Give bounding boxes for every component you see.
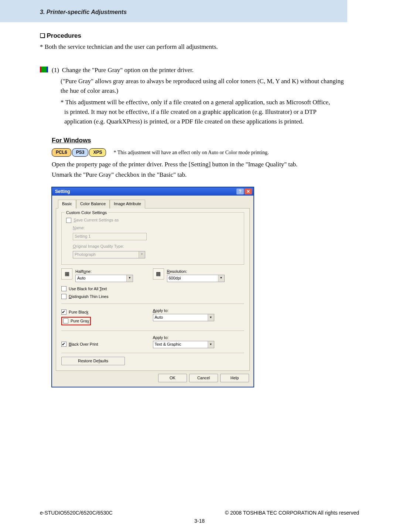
use-black-all-text-label: Use Black for All Text [69,286,107,292]
halftone-dropdown[interactable]: Auto ▼ [75,275,133,282]
resolution-value: 600dpi [169,275,181,281]
custom-color-settings-legend: Custom Color Settings [65,210,108,216]
breadcrumb: 3. Printer-specific Adjustments [40,9,127,16]
footer-copyright: © 2008 TOSHIBA TEC CORPORATION All right… [225,510,359,516]
restore-defaults-button[interactable]: Restore Defaults [61,357,125,365]
step-note-line2: is printed. It may not be effective, if … [61,107,347,117]
step-title: Change the "Pure Gray" option on the pri… [62,65,194,75]
apply-to-2-value: Text & Graphic [155,341,181,348]
instruction-line1: Open the property page of the printer dr… [52,160,347,169]
use-black-all-text-checkbox[interactable] [61,286,66,291]
procedures-heading-text: Procedures [47,32,81,39]
badge-pcl6: PCL6 [52,148,71,157]
halftone-icon: ▦ [61,268,72,279]
resolution-dropdown[interactable]: 600dpi ▼ [167,275,225,282]
help-icon[interactable]: ? [236,189,244,194]
instruction-line2: Unmark the "Pure Gray" checkbox in the "… [52,170,347,180]
apply-to-label-1: Apply to: [153,308,245,314]
save-current-checkbox[interactable] [66,218,71,223]
pure-black-checkbox[interactable] [61,309,66,315]
chevron-down-icon: ▼ [218,275,224,282]
ok-button[interactable]: OK [158,374,187,382]
tab-basic[interactable]: Basic [58,200,76,209]
cancel-button[interactable]: Cancel [189,374,218,382]
black-over-print-label: Black Over Print [69,341,98,348]
step-note-line3: application (e.g. QuarkXPress) is printe… [61,117,347,126]
halftone-label: Halftone: [75,268,133,275]
pure-gray-checkbox[interactable] [63,318,68,323]
chevron-down-icon: ▼ [139,251,145,258]
apply-to-1-dropdown[interactable]: Auto ▼ [153,314,214,321]
resolution-icon: ▩ [153,268,164,279]
close-icon[interactable]: ✕ [245,189,252,194]
chevron-down-icon: ▼ [126,275,133,282]
tab-image-attribute[interactable]: Image Attribute [110,200,145,209]
step-number: (1) [52,65,59,75]
procedures-note: * Both the service technician and the us… [40,42,347,52]
chevron-down-icon: ▼ [208,314,214,321]
dialog-title: Setting [54,188,236,195]
pure-gray-callout: Pure Gray [61,317,91,325]
footer-page-number: 3-18 [0,518,399,524]
distinguish-thin-lines-label: Distinguish Thin Lines [69,294,108,300]
name-label: Name: [73,225,85,231]
chevron-down-icon: ▼ [208,341,214,348]
name-input[interactable]: Setting 1 [73,233,147,240]
save-current-label: Save Current Settings as [74,217,119,223]
step-explanation: ("Pure Gray" allows gray areas to always… [61,77,347,96]
oiqt-value: Photograph [75,251,96,258]
badge-xps: XPS [89,148,106,157]
for-windows-heading: For Windows [52,136,347,145]
badge-note: * This adjustment will have an effect on… [113,149,269,157]
halftone-value: Auto [77,275,86,281]
apply-to-1-value: Auto [155,314,163,321]
setting-dialog: Setting ? ✕ Basic Color Balance Image At… [52,187,254,387]
tab-color-balance[interactable]: Color Balance [76,200,110,209]
color-marker-icon [40,67,48,72]
badge-ps3: PS3 [72,148,89,157]
oiqt-label: Original Image Quality Type: [73,243,124,250]
help-button[interactable]: Help [220,374,249,382]
pure-black-label: Pure Black [69,309,88,315]
dialog-titlebar: Setting ? ✕ [52,187,253,196]
pure-gray-label: Pure Gray [71,318,89,324]
distinguish-thin-lines-checkbox[interactable] [61,294,66,299]
procedures-heading: ❑ Procedures [40,31,347,41]
resolution-label: Resolution: [167,268,225,275]
apply-to-2-dropdown[interactable]: Text & Graphic ▼ [153,341,214,348]
footer-model: e-STUDIO5520C/6520C/6530C [40,510,113,516]
oiqt-dropdown[interactable]: Photograph ▼ [73,251,145,258]
step-note-line1: * This adjustment will be effective, onl… [61,98,347,107]
apply-to-label-2: Apply to: [153,335,245,341]
black-over-print-checkbox[interactable] [61,342,66,347]
